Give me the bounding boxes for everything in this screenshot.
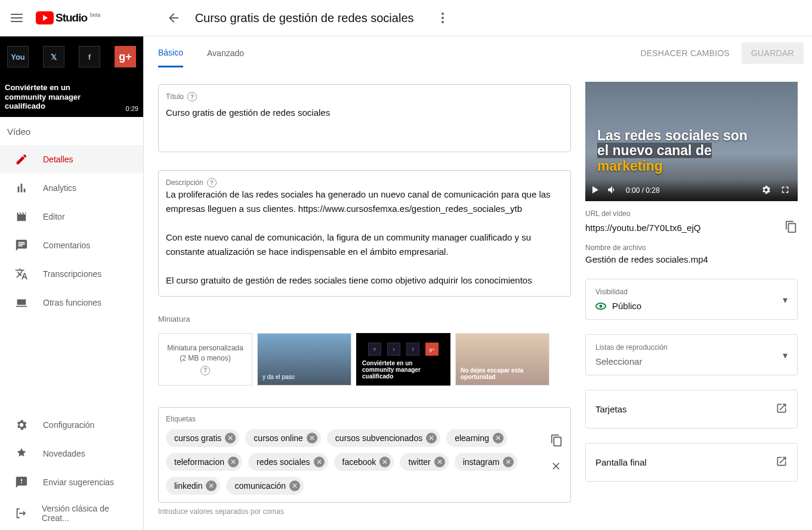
facebook-social-icon: f [79, 46, 100, 67]
googleplus-social-icon: g+ [115, 46, 136, 67]
tags-label: Etiquetas [166, 415, 563, 423]
title-input[interactable]: Curso gratis de gestión de redes sociale… [166, 107, 563, 143]
filename-label: Nombre de archivo [585, 244, 798, 252]
playlists-dropdown[interactable]: Listas de reproducción Seleccionar ▾ [585, 334, 798, 375]
nav-editor[interactable]: Editor [0, 202, 143, 231]
clear-tags-icon[interactable] [550, 460, 563, 474]
nav-settings-label: Configuración [43, 420, 94, 430]
remove-tag-icon[interactable]: ✕ [426, 433, 437, 443]
tag-chip: cursos gratis✕ [166, 429, 239, 447]
video-thumbnail-preview[interactable]: You 𝕏 f g+ Conviértete en un community m… [0, 36, 143, 117]
copy-tags-icon[interactable] [550, 434, 563, 449]
nav-classic[interactable]: Versión clásica de Creat... [0, 497, 143, 530]
remove-tag-icon[interactable]: ✕ [314, 457, 325, 467]
chevron-down-icon: ▾ [783, 294, 788, 305]
cards-label: Tarjetas [595, 404, 627, 414]
description-textarea[interactable]: La proliferación de las redes sociales h… [166, 187, 568, 289]
remove-tag-icon[interactable]: ✕ [307, 433, 317, 443]
nav-other[interactable]: Otras funciones [0, 288, 143, 317]
more-options-icon[interactable] [436, 13, 450, 23]
nav-whatsnew[interactable]: Novedades [0, 439, 143, 468]
nav-feedback[interactable]: Enviar sugerencias [0, 468, 143, 497]
visibility-value: Público [612, 301, 641, 311]
tag-chip: cursos online✕ [245, 429, 321, 447]
remove-tag-icon[interactable]: ✕ [493, 433, 504, 443]
custom-thumbnail-button[interactable]: Miniatura personalizada (2 MB o menos) ? [158, 333, 252, 386]
miniature-label: Miniatura [158, 315, 571, 323]
playlists-label: Listas de reproducción [595, 343, 788, 352]
nav-comments[interactable]: Comentarios [0, 231, 143, 260]
nav-classic-label: Versión clásica de Creat... [42, 504, 129, 523]
pencil-icon [14, 152, 29, 167]
help-icon[interactable]: ? [187, 92, 197, 101]
undo-button[interactable]: DESHACER CAMBIOS [640, 48, 729, 58]
tags-hint: Introduce valores separados por comas [158, 507, 571, 516]
title-label: Título [166, 93, 184, 101]
cards-link[interactable]: Tarjetas [585, 390, 798, 429]
studio-logo[interactable]: Studio beta [36, 11, 101, 24]
video-time: 0:00 / 0:28 [626, 186, 660, 195]
chevron-down-icon: ▾ [783, 349, 788, 360]
nav-comments-label: Comentarios [43, 241, 90, 250]
translate-icon [14, 267, 29, 281]
remove-tag-icon[interactable]: ✕ [503, 457, 514, 467]
feedback-icon [14, 475, 29, 489]
remove-tag-icon[interactable]: ✕ [225, 433, 236, 443]
video-overlay-text: Las redes sociales son el nuevo canal de… [597, 128, 748, 174]
copy-url-icon[interactable] [785, 220, 798, 235]
nav-details-label: Detalles [43, 155, 73, 164]
thumbnail-duration: 0:29 [126, 105, 138, 112]
play-icon[interactable] [592, 186, 598, 195]
logo-text: Studio [55, 11, 87, 24]
tag-chip: comunicación✕ [226, 477, 304, 495]
nav-feedback-label: Enviar sugerencias [43, 477, 114, 487]
endscreen-label: Pantalla final [595, 457, 647, 467]
gear-icon [14, 418, 29, 432]
nav-transcriptions-label: Transcripciones [43, 269, 101, 279]
endscreen-link[interactable]: Pantalla final [585, 443, 798, 482]
tag-chip: linkedin✕ [166, 477, 220, 495]
description-label: Descripción [166, 178, 203, 187]
filename-value: Gestión de redes sociales.mp4 [585, 254, 708, 264]
title-field[interactable]: Título? Curso gratis de gestión de redes… [158, 84, 571, 152]
remove-tag-icon[interactable]: ✕ [289, 480, 300, 491]
menu-toggle[interactable] [10, 11, 24, 25]
nav-whatsnew-label: Novedades [43, 449, 85, 458]
back-arrow-icon[interactable] [166, 11, 181, 25]
url-label: URL del vídeo [585, 209, 798, 218]
nav-transcriptions[interactable]: Transcripciones [0, 260, 143, 288]
visibility-label: Visibilidad [595, 288, 788, 296]
thumbnail-option-1[interactable]: y da el paso [257, 333, 351, 386]
nav-analytics[interactable]: Analytics [0, 174, 143, 202]
open-external-icon [776, 402, 788, 416]
nav-settings[interactable]: Configuración [0, 411, 143, 439]
tag-chip: facebook✕ [334, 453, 394, 471]
playlists-value: Seleccionar [595, 356, 642, 366]
visibility-public-icon [595, 303, 606, 310]
youtube-social-icon: You [7, 46, 29, 67]
remove-tag-icon[interactable]: ✕ [228, 457, 239, 467]
thumbnail-option-2[interactable]: Ytfg+ Conviértete en un community manage… [356, 333, 450, 386]
description-field[interactable]: Descripción? La proliferación de las red… [158, 170, 571, 297]
help-icon[interactable]: ? [207, 178, 217, 187]
nav-editor-label: Editor [43, 212, 65, 221]
volume-icon[interactable] [607, 184, 618, 197]
remove-tag-icon[interactable]: ✕ [434, 457, 445, 467]
tab-basic[interactable]: Básico [158, 39, 183, 67]
nav-details[interactable]: Detalles [0, 145, 143, 174]
logo-beta: beta [90, 12, 101, 18]
video-player[interactable]: Las redes sociales son el nuevo canal de… [585, 82, 798, 201]
visibility-dropdown[interactable]: Visibilidad Público ▾ [585, 279, 798, 320]
remove-tag-icon[interactable]: ✕ [379, 457, 390, 467]
tags-field[interactable]: Etiquetas cursos gratis✕cursos online✕cu… [158, 407, 571, 503]
save-button[interactable]: GUARDAR [742, 42, 804, 64]
page-title: Curso gratis de gestión de redes sociale… [195, 11, 414, 25]
thumbnail-option-3[interactable]: No dejes escapar esta oportunidad [455, 333, 549, 386]
nav-other-label: Otras funciones [43, 298, 101, 307]
tag-chip: redes sociales✕ [248, 453, 328, 471]
settings-icon[interactable] [761, 184, 771, 197]
fullscreen-icon[interactable] [780, 184, 791, 197]
remove-tag-icon[interactable]: ✕ [206, 480, 217, 491]
tag-chip: twitter✕ [400, 453, 448, 471]
tab-advanced[interactable]: Avanzado [207, 40, 244, 66]
